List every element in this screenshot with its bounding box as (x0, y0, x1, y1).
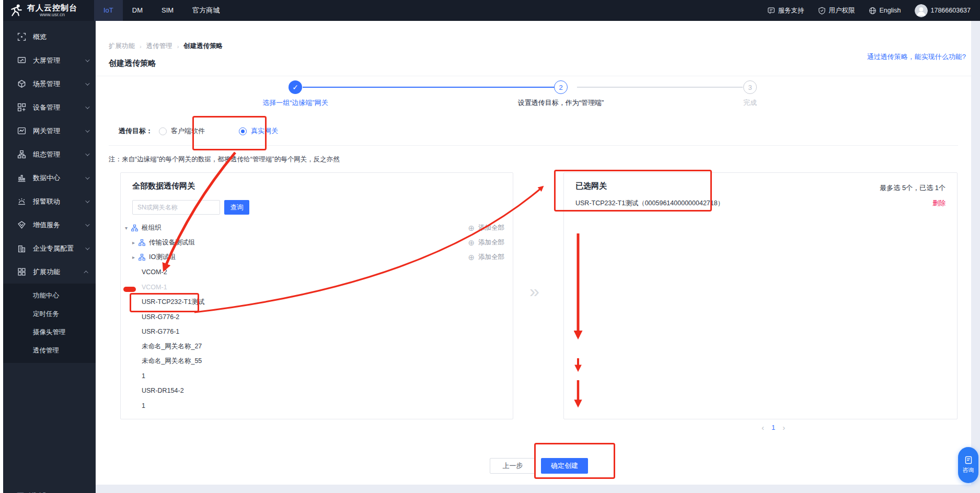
data-icon (17, 173, 26, 182)
globe-icon (869, 7, 877, 15)
tab-iot[interactable]: IoT (94, 0, 123, 21)
tree-node-gateway[interactable]: USR-G776-1 (121, 324, 513, 339)
check-icon: ✓ (292, 83, 298, 91)
user-permissions-link[interactable]: 用户权限 (818, 6, 855, 15)
logo-subtitle: www.usr.cn (40, 12, 65, 17)
chevron-down-icon (85, 57, 89, 62)
add-all-root-button[interactable]: ⊕ 添加全部 (468, 221, 504, 234)
sidebar-item-label: 设备管理 (33, 103, 60, 112)
radio-client-software-label[interactable]: 客户端软件 (171, 126, 205, 136)
consult-float-button[interactable]: 咨询 (958, 447, 978, 483)
help-link[interactable]: 通过透传策略，能实现什么功能? (867, 52, 966, 62)
caret-right-icon[interactable]: ▸ (132, 254, 139, 260)
sidebar-item-enterprise-config[interactable]: 企业专属配置 (3, 237, 96, 260)
pagination-prev-icon[interactable]: ‹ (762, 423, 764, 432)
page-title: 创建透传策略 (109, 58, 156, 68)
breadcrumb-passthrough-management[interactable]: 透传管理 (146, 42, 172, 51)
screen-icon (17, 56, 26, 65)
radio-client-software[interactable] (159, 127, 167, 135)
tree-node-group[interactable]: ▸ 传输设备测试组 (121, 235, 513, 250)
step-1-label: 选择一组“边缘端”网关 (262, 98, 328, 108)
tree-node-label: 传输设备测试组 (149, 238, 195, 247)
search-input[interactable] (132, 200, 220, 215)
pagination-page-1[interactable]: 1 (771, 424, 775, 431)
add-all-group1-button[interactable]: ⊕ 添加全部 (468, 236, 504, 249)
sidebar-item-value-added-services[interactable]: 增值服务 (3, 213, 96, 237)
sidebar-item-alarm-linkage[interactable]: 报警联动 (3, 190, 96, 213)
chevron-down-icon (85, 81, 89, 85)
tree-node-gateway[interactable]: 1 (121, 398, 513, 413)
step-3-label: 完成 (743, 98, 757, 108)
selected-gateways-title: 已选网关 (575, 181, 607, 191)
pagination-next-icon[interactable]: › (782, 423, 785, 432)
all-gateways-panel: 全部数据透传网关 查询 ▾ 根组织 ▸ 传输设备测试组 ▸ IO测试组 VCOM… (120, 172, 513, 419)
tree-node-gateway[interactable]: 1 (121, 369, 513, 383)
submenu-item-camera-management[interactable]: 摄像头管理 (3, 323, 96, 342)
account-menu[interactable]: 17866603637 (915, 4, 971, 17)
step-1-indicator: ✓ (289, 80, 302, 94)
tree-node-label: VCOM-2 (142, 268, 167, 276)
tree-node-gateway[interactable]: 未命名_网关名称_27 (121, 339, 513, 354)
tab-dm[interactable]: DM (123, 0, 152, 21)
divider (109, 145, 958, 146)
scene-icon (17, 79, 26, 88)
query-button[interactable]: 查询 (224, 200, 249, 215)
step-3-indicator: 3 (743, 80, 757, 94)
sidebar-item-overview[interactable]: 概览 (3, 25, 96, 49)
delete-button[interactable]: 删除 (932, 199, 946, 208)
chevron-down-icon (85, 104, 89, 109)
service-support-link[interactable]: 服务支持 (767, 6, 804, 15)
logo[interactable]: 有人云控制台 www.usr.cn (3, 4, 93, 18)
product-tabs: IoT DM SIM 官方商城 (94, 0, 229, 21)
tree-node-label: USR-DR154-2 (142, 387, 184, 394)
tree-node-group[interactable]: ▸ IO测试组 (121, 250, 513, 265)
submenu-item-scheduled-tasks[interactable]: 定时任务 (3, 305, 96, 323)
user-permissions-label: 用户权限 (829, 6, 855, 15)
sidebar-item-scene-management[interactable]: 场景管理 (3, 72, 96, 96)
logo-title: 有人云控制台 (27, 4, 77, 13)
language-switch[interactable]: English (869, 7, 901, 15)
sidebar-item-label: 扩展功能 (33, 267, 60, 277)
sidebar-item-label: 网关管理 (33, 126, 60, 136)
enterprise-icon (17, 244, 26, 253)
sidebar-item-gateway-management[interactable]: 网关管理 (3, 119, 96, 143)
tree-node-gateway[interactable]: VCOM-2 (121, 265, 513, 279)
add-all-label: 添加全部 (478, 224, 504, 232)
tree-node-label: 1 (142, 372, 145, 380)
sidebar-item-screen-management[interactable]: 大屏管理 (3, 49, 96, 72)
submenu-item-passthrough-management[interactable]: 透传管理 (3, 342, 96, 360)
document-icon (964, 456, 973, 464)
tab-mall[interactable]: 官方商城 (183, 0, 229, 21)
breadcrumb-current: 创建透传策略 (183, 42, 223, 51)
org-icon (131, 225, 138, 231)
chevron-down-icon (85, 151, 89, 156)
caret-down-icon[interactable]: ▾ (125, 225, 131, 231)
tree-node-gateway[interactable]: 未命名_网关名称_55 (121, 354, 513, 369)
add-all-group2-button[interactable]: ⊕ 添加全部 (468, 251, 504, 263)
tree-node-gateway[interactable]: USR-DR154-2 (121, 383, 513, 398)
step-2-indicator: 2 (554, 80, 568, 94)
sidebar-item-label: 报警联动 (33, 197, 60, 206)
step-connector-pending (577, 87, 743, 88)
tree-node-gateway[interactable]: USR-G776-2 (121, 309, 513, 324)
scada-icon (17, 150, 26, 159)
tab-sim[interactable]: SIM (152, 0, 183, 21)
tree-node-root[interactable]: ▾ 根组织 (121, 220, 513, 235)
breadcrumb-separator: › (177, 43, 179, 50)
tree-node-label: 未命名_网关名称_55 (142, 357, 202, 366)
confirm-create-button[interactable]: 确定创建 (541, 458, 588, 474)
shield-icon (818, 7, 826, 15)
sidebar-item-extended-functions[interactable]: 扩展功能 (3, 260, 96, 284)
submenu-item-function-center[interactable]: 功能中心 (3, 287, 96, 305)
sidebar-item-device-management[interactable]: 设备管理 (3, 96, 96, 119)
tree-node-gateway-selected[interactable]: USR-TCP232-T1测试 (121, 295, 513, 309)
breadcrumb-extended-functions[interactable]: 扩展功能 (109, 42, 135, 51)
caret-right-icon[interactable]: ▸ (132, 240, 139, 245)
sidebar-item-scada-management[interactable]: 组态管理 (3, 143, 96, 166)
sidebar-item-data-center[interactable]: 数据中心 (3, 166, 96, 190)
radio-real-gateway-label[interactable]: 真实网关 (251, 126, 278, 136)
tree-node-gateway-disabled[interactable]: VCOM-1 (121, 280, 513, 295)
target-row: 透传目标： 客户端软件 真实网关 (119, 126, 278, 136)
previous-step-button[interactable]: 上一步 (490, 458, 536, 474)
radio-real-gateway[interactable] (239, 127, 247, 135)
